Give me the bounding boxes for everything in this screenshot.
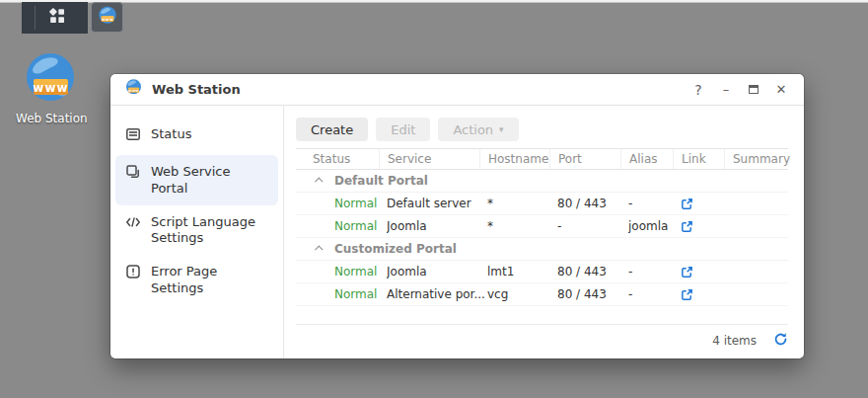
group-label: Customized Portal: [334, 242, 457, 256]
hostname-cell: *: [487, 197, 557, 210]
service-cell: Alternative por...: [387, 287, 487, 301]
status-badge: Normal: [313, 265, 387, 279]
port-cell: 80 / 443: [557, 287, 628, 301]
table-footer: 4 items: [296, 324, 788, 357]
close-button[interactable]: ✕: [770, 79, 792, 101]
column-header-port[interactable]: Port: [549, 149, 628, 169]
minimize-button[interactable]: –: [715, 79, 737, 101]
hostname-cell: lmt1: [487, 265, 557, 279]
taskbar-divider: [35, 6, 36, 30]
column-header-alias[interactable]: Alias: [620, 149, 681, 169]
code-icon: [125, 214, 141, 234]
port-cell: 80 / 443: [557, 197, 628, 210]
maximize-button[interactable]: [743, 79, 764, 101]
group-header-default-portal[interactable]: Default Portal: [296, 170, 788, 193]
column-header-summary[interactable]: Summary: [724, 149, 790, 169]
external-link-icon[interactable]: [681, 198, 732, 210]
sidebar-item-status[interactable]: Status: [110, 118, 283, 155]
refresh-icon[interactable]: [773, 332, 788, 350]
column-header-link[interactable]: Link: [673, 149, 732, 169]
table-row[interactable]: Normal Joomla lmt1 80 / 443 -: [296, 261, 788, 283]
column-header-status[interactable]: Status: [313, 149, 387, 169]
external-link-icon[interactable]: [681, 266, 732, 279]
group-label: Default Portal: [334, 174, 428, 188]
alias-cell: -: [628, 265, 681, 279]
column-header-service[interactable]: Service: [379, 149, 487, 169]
chevron-up-icon: [315, 245, 323, 253]
create-button[interactable]: Create: [296, 118, 368, 141]
sidebar-item-error-page-settings[interactable]: Error Page Settings: [110, 255, 283, 305]
chevron-down-icon: ▾: [499, 125, 504, 134]
status-badge: Normal: [313, 219, 387, 233]
main-content: Create Edit Action ▾ Status Service Host…: [284, 106, 804, 358]
edit-button[interactable]: Edit: [376, 118, 430, 141]
status-badge: Normal: [313, 197, 387, 210]
hostname-cell: *: [487, 219, 557, 233]
hostname-cell: vcg: [487, 287, 557, 301]
web-station-globe-icon: www: [24, 90, 77, 109]
service-cell: Default server: [387, 197, 487, 210]
desktop-icon-label: Web Station: [16, 112, 85, 125]
alias-cell: joomla: [628, 219, 681, 233]
status-badge: Normal: [313, 287, 387, 301]
svg-text:www: www: [101, 16, 113, 21]
web-station-icon: www: [97, 5, 118, 31]
window-app-icon: www: [124, 78, 143, 101]
service-cell: Joomla: [387, 265, 487, 279]
web-station-window: www Web Station ? – ✕ Status: [110, 74, 804, 358]
window-title: Web Station: [152, 82, 241, 97]
table-row[interactable]: Normal Alternative por... vcg 80 / 443 -: [296, 283, 788, 306]
sidebar: Status Web Service Portal: [110, 106, 284, 358]
chevron-up-icon: [315, 177, 323, 185]
port-cell: -: [557, 219, 628, 233]
desktop-icon-web-station[interactable]: www Web Station: [16, 51, 85, 125]
item-count: 4 items: [712, 334, 757, 348]
svg-text:www: www: [33, 81, 68, 95]
alias-cell: -: [628, 287, 681, 301]
help-button[interactable]: ?: [687, 79, 709, 101]
taskbar-main-menu-button[interactable]: [22, 2, 88, 34]
status-icon: [125, 126, 141, 146]
table-row[interactable]: Normal Joomla * - joomla: [296, 215, 788, 238]
table-header: Status Service Hostname Port Alias Link …: [296, 148, 788, 170]
maximize-icon: [749, 85, 759, 94]
sidebar-item-label: Script Language Settings: [151, 214, 273, 247]
external-link-icon[interactable]: [681, 288, 732, 301]
app-grid-icon: [47, 6, 67, 30]
screen-top-strip: [0, 0, 868, 3]
sidebar-item-label: Error Page Settings: [151, 264, 273, 296]
portal-icon: [125, 164, 141, 184]
external-link-icon[interactable]: [681, 220, 732, 233]
svg-text:www: www: [128, 89, 139, 93]
service-cell: Joomla: [387, 219, 487, 233]
action-button-label: Action: [453, 122, 493, 137]
alias-cell: -: [628, 197, 681, 210]
toolbar: Create Edit Action ▾: [296, 118, 788, 141]
group-header-customized-portal[interactable]: Customized Portal: [296, 238, 788, 261]
table-row[interactable]: Normal Default server * 80 / 443 -: [296, 193, 788, 215]
sidebar-item-web-service-portal[interactable]: Web Service Portal: [115, 155, 278, 205]
port-cell: 80 / 443: [557, 265, 628, 279]
action-button[interactable]: Action ▾: [438, 118, 518, 141]
taskbar-webstation-button[interactable]: www: [91, 2, 123, 33]
sidebar-item-script-language-settings[interactable]: Script Language Settings: [110, 205, 283, 256]
portal-table: Status Service Hostname Port Alias Link …: [296, 148, 788, 306]
column-header-hostname[interactable]: Hostname: [479, 149, 557, 169]
titlebar: www Web Station ? – ✕: [110, 74, 804, 106]
error-icon: [125, 264, 141, 283]
sidebar-item-label: Status: [151, 126, 191, 142]
sidebar-item-label: Web Service Portal: [151, 164, 268, 197]
